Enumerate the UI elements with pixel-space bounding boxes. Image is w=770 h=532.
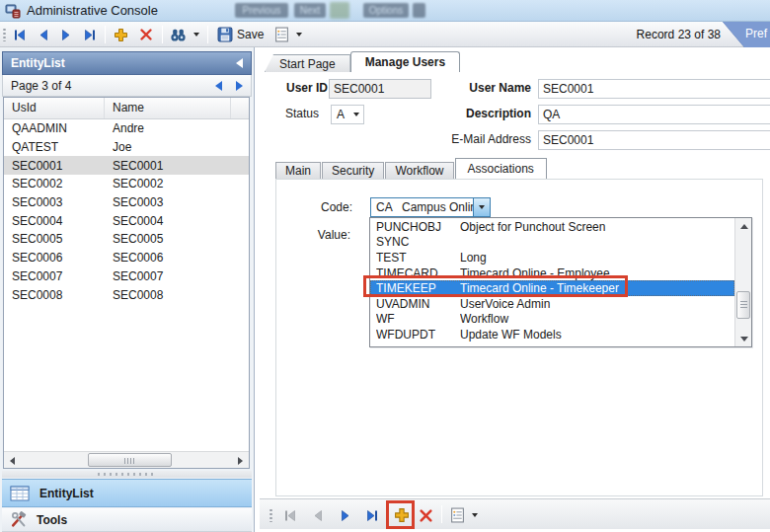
table-row[interactable]: SEC0002 SEC0002 [4,175,249,193]
scroll-up-icon[interactable] [736,218,751,234]
table-row[interactable]: SEC0007 SEC0007 [4,267,249,286]
item-code: TEST [376,251,460,265]
usid-cell: SEC0003 [4,195,105,209]
item-description: Update WF Models [460,328,734,342]
scrollbar-thumb[interactable] [88,453,172,467]
name-cell: Andre [105,121,144,135]
delete-record-button[interactable] [139,27,153,42]
ghost-options-caret[interactable] [413,3,425,18]
name-cell: SEC0001 [105,159,163,173]
table-row[interactable]: SEC0003 SEC0003 [4,193,249,212]
scroll-right-icon[interactable] [232,453,249,468]
column-header-name[interactable]: Name [105,98,231,118]
table-row[interactable]: SEC0005 SEC0005 [4,230,249,249]
name-cell: SEC0002 [105,177,163,190]
table-row[interactable]: SEC0004 SEC0004 [4,211,249,230]
status-caret-icon[interactable] [349,106,363,123]
assoc-first-button[interactable] [283,507,297,523]
user-name-field[interactable]: SEC0001 [538,79,770,99]
panel-splitter[interactable] [2,471,252,478]
record-status: Record 23 of 38 [637,28,721,41]
pager-label: Page 3 of 4 [11,79,71,93]
code-dropdown[interactable]: CA Campus Onlin [370,197,491,217]
tab-associations[interactable]: Associations [455,158,547,179]
main-toolbar: Save Record 23 of 38 Pref [0,22,770,47]
usid-cell: QAADMIN [4,121,105,135]
assoc-previous-button[interactable] [311,507,325,523]
list-item[interactable]: WF Workflow [370,312,734,328]
tab-main[interactable]: Main [275,162,321,179]
preferences-tab-label[interactable]: Pref [745,27,767,40]
user-grid: UsId Name QAADMIN Andre QATEST Joe SEC00… [3,97,250,469]
list-item[interactable]: TIMECARD Timecard Online - Employee [370,266,734,281]
list-item[interactable]: SYNC [370,235,734,251]
assoc-add-button[interactable] [394,507,410,523]
search-icon[interactable] [170,27,187,42]
usid-cell: SEC0001 [4,159,105,173]
previous-record-button[interactable] [37,27,50,42]
scroll-down-icon[interactable] [736,331,751,346]
status-dropdown[interactable]: A [331,105,364,124]
table-row[interactable]: SEC0001 SEC0001 [4,156,249,175]
horizontal-scrollbar[interactable] [4,451,249,468]
code-label: Code: [298,200,352,216]
main-content: Start Page Manage Users User ID SEC0001 … [259,47,770,532]
scroll-left-icon[interactable] [4,453,21,468]
sidebar-item-tools[interactable]: Tools [2,508,252,532]
table-row[interactable]: QAADMIN Andre [4,119,249,138]
pager-next-icon[interactable] [236,81,243,91]
search-dropdown-caret[interactable] [193,27,199,42]
item-description: Workflow [460,312,734,326]
assoc-last-button[interactable] [365,507,379,523]
assoc-delete-button[interactable] [419,507,433,523]
save-button[interactable]: Save [237,27,264,42]
name-cell: Joe [105,140,131,154]
grid-column-headers: UsId Name [4,98,249,119]
column-header-usid[interactable]: UsId [4,98,105,118]
list-item[interactable]: TEST Long [370,250,734,266]
assoc-next-button[interactable] [339,507,352,523]
usid-cell: QATEST [4,140,105,154]
preview-notes-icon[interactable] [274,27,289,42]
add-record-button[interactable] [114,27,128,42]
description-field[interactable]: QA [538,105,770,124]
list-item[interactable]: WFDUPDT Update WF Models [370,327,734,342]
collapse-panel-icon[interactable] [236,58,243,68]
toolbar-grip [3,28,6,41]
ghost-next-button[interactable]: Next [294,3,326,18]
first-record-button[interactable] [13,27,27,42]
title-bar: Administrative Console Previous Next Opt… [0,0,770,22]
ghost-options-button[interactable]: Options [363,3,409,18]
ghost-icon[interactable] [330,2,349,19]
tab-manage-users[interactable]: Manage Users [350,51,460,72]
sidebar-item-label: Tools [37,513,67,527]
table-icon [10,486,30,501]
assoc-notes-caret[interactable] [472,507,478,523]
code-caret-icon[interactable] [473,198,490,216]
save-icon[interactable] [217,27,233,42]
last-record-button[interactable] [83,27,97,42]
email-field[interactable]: SEC0001 [538,130,770,150]
status-value: A [332,108,349,121]
toolbar-separator [207,26,208,43]
sidebar-item-entitylist[interactable]: EntityList [2,479,252,507]
vertical-scrollbar[interactable] [734,218,751,346]
list-item[interactable]: UVADMIN UserVoice Admin [370,296,734,312]
ghost-previous-button[interactable]: Previous [235,3,288,18]
tab-workflow[interactable]: Workflow [385,162,453,179]
tab-start-page[interactable]: Start Page [265,54,350,72]
table-row[interactable]: SEC0006 SEC0006 [4,249,249,267]
assoc-notes-icon[interactable] [450,507,465,523]
usid-cell: SEC0005 [4,232,105,246]
pager-previous-icon[interactable] [215,81,222,91]
list-item[interactable]: PUNCHOBJ Object for Punchout Screen [370,219,734,235]
user-id-field[interactable]: SEC0001 [329,79,431,99]
preview-dropdown-caret[interactable] [296,27,302,42]
scrollbar-thumb[interactable] [736,291,750,319]
table-row[interactable]: SEC0008 SEC0008 [4,285,249,304]
name-cell: SEC0003 [105,195,163,209]
tab-security[interactable]: Security [322,162,384,179]
list-item[interactable]: TIMEKEEP Timecard Online - Timekeeper [370,280,734,296]
table-row[interactable]: QATEST Joe [4,138,249,157]
next-record-button[interactable] [59,27,73,42]
